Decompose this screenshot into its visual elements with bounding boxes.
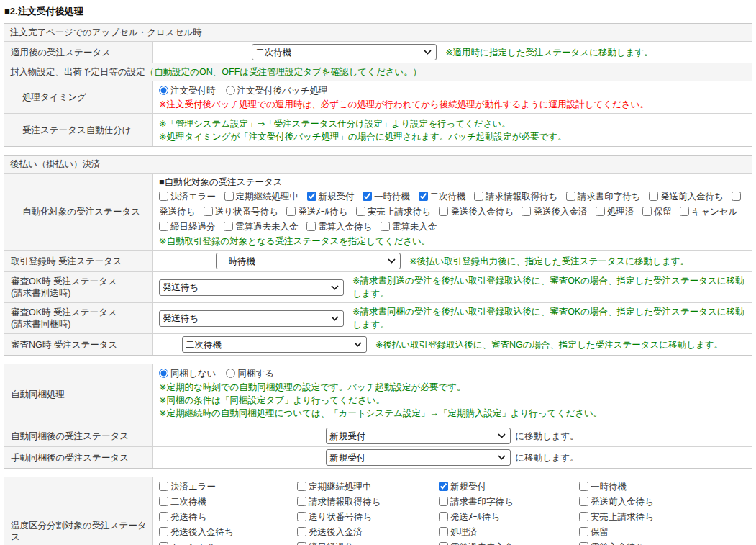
status-checkbox[interactable]: キャンセル — [680, 207, 737, 217]
status-checkbox-input[interactable] — [297, 497, 306, 506]
radio-option[interactable]: 同梱しない — [159, 369, 216, 379]
status-checkbox[interactable]: 処理済 — [596, 207, 634, 217]
status-checkbox[interactable]: 決済エラー — [159, 192, 216, 202]
status-checkbox-input[interactable] — [439, 482, 448, 491]
status-checkbox-input[interactable] — [297, 512, 306, 521]
radio-option[interactable]: 同梱する — [226, 369, 274, 379]
status-checkbox-input[interactable] — [306, 222, 316, 231]
status-checkbox[interactable]: 締日経過分 — [297, 540, 439, 545]
status-checkbox-input[interactable] — [474, 192, 483, 201]
status-checkbox[interactable]: キャンセル — [159, 540, 297, 545]
status-checkbox[interactable]: 決済エラー — [159, 479, 297, 494]
status-checkbox-input[interactable] — [419, 192, 428, 201]
status-checkbox-input[interactable] — [159, 512, 168, 521]
status-checkbox-input[interactable] — [356, 207, 365, 216]
status-checkbox-input[interactable] — [297, 482, 306, 491]
status-checkbox[interactable]: 送り状番号待ち — [204, 207, 278, 217]
auto-bundled-status-select[interactable]: 新規受付 — [326, 428, 511, 444]
status-checkbox-input[interactable] — [522, 207, 531, 216]
radio-option[interactable]: 注文受付時 — [159, 86, 216, 96]
status-checkbox-input[interactable] — [159, 482, 168, 491]
status-checkbox[interactable]: 実売上請求待ち — [356, 207, 431, 217]
status-checkbox[interactable]: 請求書印字待ち — [566, 192, 641, 202]
status-checkbox-input[interactable] — [297, 542, 306, 545]
status-checkbox-input[interactable] — [439, 497, 448, 506]
status-checkbox[interactable]: 二次待機 — [419, 192, 466, 202]
status-checkbox-input[interactable] — [159, 542, 168, 545]
radio-input[interactable] — [159, 369, 168, 378]
status-checkbox[interactable]: 発送前入金待ち — [649, 192, 724, 202]
status-checkbox[interactable]: 発送後入金済 — [297, 525, 439, 539]
status-checkbox[interactable]: 新規受付 — [307, 192, 355, 202]
status-checkbox-input[interactable] — [649, 192, 658, 201]
auto-bundling-note-2: ※同梱の条件は「同梱設定タブ」より行ってください。 — [159, 394, 746, 407]
status-checkbox[interactable]: 送り状番号待ち — [297, 510, 439, 524]
status-checkbox[interactable]: 電算未入金 — [381, 222, 437, 232]
status-checkbox[interactable]: 定期継続処理中 — [224, 192, 299, 202]
status-checkbox-input[interactable] — [224, 192, 234, 201]
status-checkbox-input[interactable] — [363, 192, 372, 201]
status-checkbox-input[interactable] — [579, 497, 588, 506]
applied-order-status-select[interactable]: 二次待機 — [252, 44, 437, 60]
status-checkbox[interactable]: 電算入金待ち — [306, 222, 372, 232]
status-checkbox-input[interactable] — [579, 512, 588, 521]
status-checkbox[interactable]: 請求書印字待ち — [439, 495, 579, 509]
status-checkbox[interactable]: 新規受付 — [439, 479, 579, 494]
status-checkbox[interactable]: 締日経過分 — [159, 222, 216, 232]
radio-input[interactable] — [226, 86, 235, 95]
status-checkbox-input[interactable] — [381, 222, 390, 231]
status-checkbox-input[interactable] — [204, 207, 213, 216]
status-checkbox[interactable]: 保留 — [642, 207, 672, 217]
status-checkbox-input[interactable] — [579, 527, 588, 536]
radio-option[interactable]: 注文受付後バッチ処理 — [226, 86, 328, 96]
status-checkbox[interactable]: 二次待機 — [159, 495, 297, 509]
label-status-auto-sorting: 受注ステータス自動仕分け — [4, 114, 153, 146]
status-checkbox-input[interactable] — [680, 207, 689, 216]
status-checkbox[interactable]: 発送後入金待ち — [439, 207, 514, 217]
status-checkbox-input[interactable] — [439, 542, 448, 545]
status-checkbox[interactable]: 一時待機 — [579, 479, 746, 494]
status-checkbox[interactable]: 電算過去未入金 — [439, 540, 579, 545]
status-checkbox-input[interactable] — [159, 222, 168, 231]
radio-input[interactable] — [226, 369, 235, 378]
status-checkbox-input[interactable] — [159, 497, 168, 506]
status-checkbox[interactable]: 請求情報取得待ち — [474, 192, 557, 202]
status-checkbox-input[interactable] — [224, 222, 233, 231]
status-checkbox[interactable]: 実売上請求待ち — [579, 510, 746, 524]
status-checkbox-input[interactable] — [159, 192, 168, 201]
status-checkbox[interactable]: 請求情報取得待ち — [297, 495, 439, 509]
status-checkbox-input[interactable] — [297, 527, 306, 536]
status-checkbox-input[interactable] — [286, 207, 296, 216]
status-checkbox-input[interactable] — [566, 192, 575, 201]
status-checkbox-input[interactable] — [439, 512, 448, 521]
review-ng-status-select[interactable]: 二次待機 — [182, 336, 367, 353]
status-checkbox-input[interactable] — [596, 207, 605, 216]
status-checkbox-input[interactable] — [579, 542, 588, 545]
status-checkbox-input[interactable] — [642, 207, 652, 216]
status-checkbox-label: 電算入金待ち — [318, 222, 372, 232]
section-header-upsell: 注文完了ページでのアップセル・クロスセル時 — [4, 24, 752, 41]
radio-input[interactable] — [159, 86, 168, 95]
status-checkbox-input[interactable] — [307, 192, 316, 201]
status-checkbox-input[interactable] — [439, 527, 448, 536]
status-checkbox[interactable]: 電算過去未入金 — [224, 222, 299, 232]
status-checkbox[interactable]: 発送ﾒｰﾙ待ち — [286, 207, 347, 217]
manual-bundled-status-select[interactable]: 新規受付 — [326, 449, 511, 466]
status-checkbox[interactable]: 発送待ち — [159, 510, 297, 524]
status-checkbox-input[interactable] — [159, 527, 168, 536]
status-checkbox[interactable]: 定期継続処理中 — [297, 479, 439, 494]
status-checkbox[interactable]: 保留 — [579, 525, 746, 539]
status-checkbox[interactable]: 発送後入金済 — [522, 207, 587, 217]
status-checkbox[interactable]: 処理済 — [439, 525, 579, 539]
status-checkbox[interactable]: 電算入金待ち — [579, 540, 746, 545]
status-checkbox[interactable]: 発送後入金待ち — [159, 525, 297, 539]
status-checkbox-input[interactable] — [732, 192, 741, 201]
review-ok-bundled-invoice-select[interactable]: 発送待ち — [159, 310, 344, 327]
status-checkbox[interactable]: 発送ﾒｰﾙ待ち — [439, 510, 579, 524]
status-checkbox[interactable]: 発送前入金待ち — [579, 495, 746, 509]
status-checkbox-input[interactable] — [579, 482, 588, 491]
transaction-registration-status-select[interactable]: 一時待機 — [216, 253, 401, 269]
review-ok-separate-invoice-select[interactable]: 発送待ち — [159, 279, 344, 296]
status-checkbox-input[interactable] — [439, 207, 448, 216]
status-checkbox[interactable]: 一時待機 — [363, 192, 410, 202]
